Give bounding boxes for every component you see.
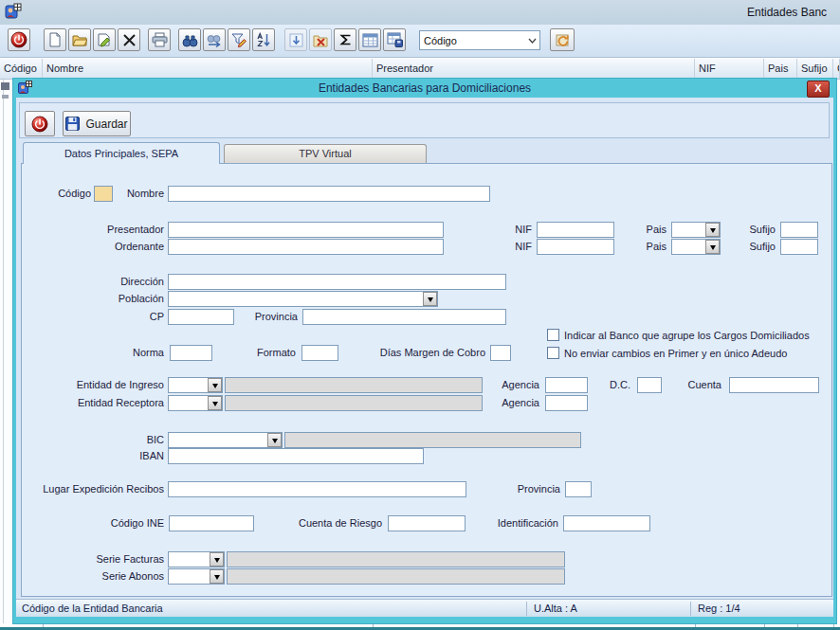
presentador-field[interactable]	[168, 222, 444, 238]
search-next-button[interactable]	[203, 28, 226, 51]
tab-datos-principales-sepa[interactable]: Datos Principales, SEPA	[23, 142, 220, 164]
presentador-pais-dropdown[interactable]	[705, 223, 720, 237]
dc-field[interactable]	[637, 377, 662, 393]
codigo-ine-field[interactable]	[169, 515, 254, 531]
status-hint: Código de la Entidad Bancaria	[22, 603, 163, 614]
edit-button[interactable]	[93, 28, 116, 51]
grid-save-button[interactable]	[383, 28, 406, 51]
column-header-nombre[interactable]: Nombre	[43, 59, 373, 79]
exit-button[interactable]	[8, 28, 30, 51]
cuenta-field[interactable]	[729, 377, 819, 393]
grid-view-button[interactable]	[358, 28, 381, 51]
print-icon	[152, 32, 168, 47]
process-button[interactable]	[550, 28, 575, 51]
dialog-titlebar[interactable]: Entidades Bancarias para Domiciliaciones…	[13, 79, 836, 98]
cp-label: CP	[96, 311, 164, 324]
cuenta-riesgo-field[interactable]	[388, 515, 466, 531]
agencia-ingreso-field[interactable]	[545, 377, 588, 393]
delete-icon	[122, 33, 137, 47]
iban-field[interactable]	[168, 448, 424, 464]
export-down-button[interactable]	[284, 28, 307, 51]
save-button[interactable]: Guardar	[63, 111, 131, 136]
serie-facturas-desc	[227, 551, 565, 567]
dialog-toolbar	[19, 102, 830, 138]
power-icon	[31, 116, 48, 133]
open-button[interactable]	[68, 28, 91, 51]
column-header-nif[interactable]: NIF	[695, 59, 764, 79]
norma-field[interactable]	[170, 345, 212, 361]
serie-abonos-desc	[227, 568, 565, 585]
sum-button[interactable]	[334, 28, 356, 51]
close-button[interactable]: X	[807, 81, 830, 98]
provincia2-field[interactable]	[565, 481, 592, 497]
dias-margen-field[interactable]	[490, 345, 511, 361]
grid-icon	[362, 33, 378, 47]
sort-button[interactable]	[252, 28, 275, 51]
search-field-combo-value: Código	[420, 35, 524, 46]
no-enviar-cambios-checkbox[interactable]	[547, 347, 559, 359]
filter-button[interactable]	[228, 28, 250, 51]
codigo-field[interactable]	[94, 186, 113, 202]
new-button[interactable]	[44, 28, 66, 51]
ordenante-sufijo-field[interactable]	[780, 239, 818, 255]
dialog-exit-button[interactable]	[25, 111, 55, 136]
agrupar-cargos-checkbox[interactable]	[547, 329, 559, 341]
status-ualta: U.Alta : A	[534, 603, 577, 614]
ordenante-field[interactable]	[168, 239, 444, 255]
window-title: Entidades Banc	[747, 6, 827, 19]
lugar-expedicion-field[interactable]	[168, 481, 466, 497]
open-folder-icon	[72, 32, 87, 47]
presentador-sufijo-field[interactable]	[780, 222, 818, 238]
agencia-receptora-field[interactable]	[545, 395, 588, 411]
identificacion-field[interactable]	[563, 515, 650, 531]
entidad-receptora-dropdown[interactable]	[208, 396, 222, 410]
column-header-presentador[interactable]: Presentador	[373, 59, 695, 79]
column-header-pais[interactable]: Pais	[764, 59, 797, 79]
formato-field[interactable]	[301, 345, 338, 361]
ordenante-pais-dropdown[interactable]	[705, 240, 720, 254]
poblacion-dropdown[interactable]	[423, 292, 437, 306]
serie-abonos-dropdown[interactable]	[210, 569, 224, 584]
ordenante-label: Ordenante	[69, 241, 164, 254]
poblacion-field[interactable]	[168, 291, 438, 307]
binoculars-icon	[182, 33, 198, 47]
codigo-label: Código	[37, 188, 91, 201]
column-header-truncated[interactable]: C	[833, 59, 840, 79]
agrupar-cargos-checkbox-label: Indicar al Banco que agrupe los Cargos D…	[564, 330, 810, 341]
save-button-label: Guardar	[85, 117, 127, 131]
agencia-ingreso-label: Agencia	[492, 379, 539, 392]
entidad-ingreso-label: Entidad de Ingreso	[58, 379, 164, 392]
grid-header: Código Nombre Presentador NIF Pais Sufij…	[0, 58, 840, 80]
print-button[interactable]	[148, 28, 171, 51]
bic-field[interactable]	[168, 432, 283, 448]
delete-button[interactable]	[118, 28, 140, 51]
screen: Entidades Banc	[0, 0, 840, 630]
no-enviar-cambios-checkbox-label: No enviar cambios en Primer y en único A…	[564, 348, 787, 359]
nombre-field[interactable]	[168, 186, 490, 202]
direccion-field[interactable]	[168, 274, 506, 290]
column-header-sufijo[interactable]: Sufijo	[797, 59, 833, 79]
search-button[interactable]	[178, 28, 201, 51]
ordenante-nif-field[interactable]	[537, 239, 614, 255]
bic-dropdown[interactable]	[267, 433, 282, 447]
tab-tpv-virtual[interactable]: TPV Virtual	[224, 144, 427, 163]
presentador-nif-field[interactable]	[537, 222, 614, 238]
serie-facturas-dropdown[interactable]	[210, 552, 224, 567]
ordenante-nif-label: NIF	[492, 241, 532, 254]
sigma-icon	[338, 32, 353, 47]
column-header-codigo[interactable]: Código	[0, 59, 43, 79]
iban-label: IBAN	[120, 450, 164, 463]
entidad-receptora-label: Entidad Receptora	[58, 397, 164, 410]
status-reg: Reg : 1/4	[698, 603, 740, 614]
entidad-ingreso-dropdown[interactable]	[208, 378, 222, 392]
cancel-button[interactable]	[309, 28, 332, 51]
dialog-title: Entidades Bancarias para Domiciliaciones	[13, 81, 836, 95]
search-field-combo[interactable]: Código	[419, 30, 540, 50]
serie-facturas-label: Serie Facturas	[94, 553, 164, 567]
ordenante-pais-label: Pais	[634, 241, 667, 254]
provincia-field[interactable]	[302, 309, 506, 325]
main-toolbar: Código	[0, 25, 840, 58]
ordenante-sufijo-label: Sufijo	[740, 241, 776, 254]
cp-field[interactable]	[168, 309, 234, 325]
new-document-icon	[47, 32, 63, 47]
